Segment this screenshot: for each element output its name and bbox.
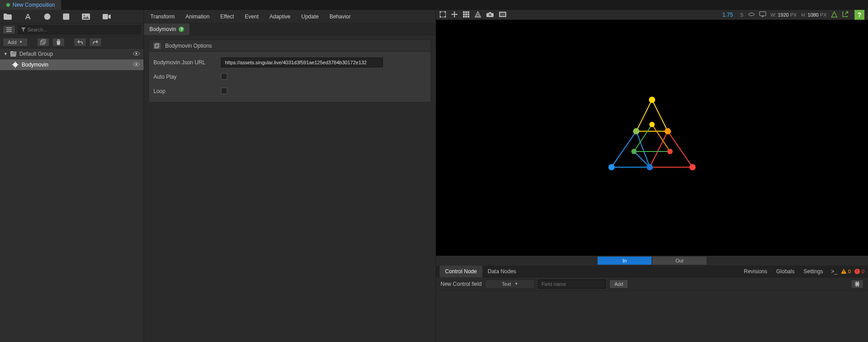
- help-badge-icon[interactable]: ?: [179, 27, 184, 32]
- preview-panel: 1.75 S W: 1920 PX H: 1080 PX ?: [436, 10, 868, 342]
- chevron-down-icon: ▼: [4, 52, 8, 56]
- folder-open-icon: [10, 51, 17, 57]
- revisions-link[interactable]: Revisions: [739, 268, 772, 275]
- logo-small-icon[interactable]: [831, 11, 837, 19]
- in-button[interactable]: In: [598, 257, 652, 265]
- folder-icon[interactable]: [4, 13, 12, 20]
- field-name-input[interactable]: [538, 280, 606, 289]
- composition-tab-label: New Composition: [13, 2, 55, 8]
- menu-event[interactable]: Event: [245, 13, 259, 20]
- section-header: Bodymovin Options: [149, 40, 431, 52]
- external-link-icon[interactable]: [842, 11, 848, 19]
- monitor-icon[interactable]: [760, 12, 766, 18]
- autoplay-checkbox[interactable]: [221, 73, 227, 80]
- snapshot-icon[interactable]: [499, 11, 506, 19]
- video-icon[interactable]: [103, 14, 111, 19]
- bodymovin-url-input[interactable]: [221, 58, 383, 67]
- menu-effect[interactable]: Effect: [220, 13, 234, 20]
- redo-button[interactable]: [89, 38, 102, 47]
- filter-icon: [21, 27, 26, 32]
- svg-point-0: [44, 13, 50, 20]
- tree-item-bodymovin[interactable]: Bodymovin: [0, 59, 144, 70]
- copy-section-button[interactable]: [153, 42, 162, 50]
- tree-group-default[interactable]: ▼ Default Group: [0, 49, 144, 59]
- svg-point-28: [689, 164, 696, 170]
- field-type-select[interactable]: Text▼: [485, 280, 535, 289]
- camera-icon[interactable]: [486, 11, 494, 19]
- tab-data-nodes[interactable]: Data Nodes: [482, 266, 522, 277]
- control-panel: Control Node Data Nodes Revisions Global…: [436, 266, 868, 342]
- menu-animation[interactable]: Animation: [185, 13, 209, 20]
- settings-link[interactable]: Settings: [799, 268, 828, 275]
- divider: [67, 38, 71, 47]
- terminal-icon[interactable]: >_: [831, 268, 837, 275]
- menu-transform[interactable]: Transform: [150, 13, 175, 20]
- svg-rect-18: [500, 13, 505, 16]
- element-tab-bodymovin[interactable]: Bodymovin ?: [144, 23, 189, 35]
- autoplay-row: Auto Play: [153, 70, 426, 84]
- preview-canvas[interactable]: [436, 20, 868, 256]
- svg-point-21: [633, 128, 639, 134]
- plugin-icon-button[interactable]: [851, 280, 864, 289]
- add-button[interactable]: Add▼: [3, 38, 28, 47]
- canvas-toolbar: 1.75 S W: 1920 PX H: 1080 PX ?: [436, 10, 868, 20]
- divider: [31, 38, 34, 47]
- loop-row: Loop: [153, 84, 426, 98]
- new-field-label: New Control field: [441, 281, 481, 287]
- svg-rect-33: [857, 272, 857, 273]
- element-tab-bar: Bodymovin ?: [144, 23, 436, 35]
- svg-rect-5: [40, 41, 44, 44]
- bounds-icon[interactable]: [440, 11, 446, 19]
- svg-rect-4: [103, 14, 108, 19]
- svg-rect-32: [857, 270, 857, 271]
- svg-point-23: [649, 122, 655, 127]
- add-toolbar: Add▼: [0, 36, 144, 49]
- tab-control-node[interactable]: Control Node: [440, 266, 482, 277]
- error-count[interactable]: 0: [855, 269, 864, 274]
- loop-checkbox[interactable]: [221, 88, 227, 94]
- zoom-value[interactable]: 1.75: [720, 12, 735, 18]
- list-toggle-button[interactable]: [3, 25, 15, 34]
- menu-behavior[interactable]: Behavior: [329, 13, 351, 20]
- image-icon[interactable]: [82, 13, 90, 20]
- duplicate-button[interactable]: [37, 38, 49, 47]
- grid-icon[interactable]: [463, 11, 469, 19]
- visibility-toggle[interactable]: [133, 62, 140, 68]
- status-dot-icon: [6, 3, 10, 7]
- out-button[interactable]: Out: [652, 257, 706, 265]
- tree-item-label: Bodymovin: [22, 62, 48, 68]
- bottom-tabs: Control Node Data Nodes Revisions Global…: [436, 266, 868, 277]
- svg-rect-13: [445, 11, 446, 13]
- svg-rect-9: [155, 44, 158, 48]
- svg-point-25: [667, 149, 673, 154]
- delete-button[interactable]: [52, 38, 65, 47]
- svg-rect-12: [440, 11, 441, 13]
- svg-rect-10: [156, 44, 159, 47]
- square-icon[interactable]: [63, 13, 69, 20]
- tree-group-label: Default Group: [19, 51, 53, 57]
- in-out-switch: In Out: [436, 256, 868, 266]
- url-row: Bodymovin Json URL: [153, 55, 426, 70]
- svg-point-3: [84, 15, 85, 16]
- visibility-toggle[interactable]: [133, 51, 140, 57]
- menu-update[interactable]: Update: [301, 13, 319, 20]
- warning-count[interactable]: 0: [841, 269, 851, 274]
- composition-tab[interactable]: New Composition: [0, 0, 61, 10]
- add-field-button[interactable]: Add: [609, 280, 628, 289]
- logo-triangle-icon[interactable]: [475, 11, 481, 19]
- zoom-unit: S: [740, 12, 743, 18]
- text-icon[interactable]: [24, 13, 31, 20]
- svg-point-20: [649, 97, 655, 103]
- sync-icon[interactable]: [748, 12, 755, 18]
- search-input[interactable]: [27, 27, 138, 32]
- element-type-toolbar: [0, 10, 144, 23]
- help-button[interactable]: ?: [855, 10, 864, 20]
- search-box[interactable]: [18, 25, 141, 34]
- circle-icon[interactable]: [44, 13, 50, 20]
- menu-adaptive[interactable]: Adaptive: [270, 13, 291, 20]
- move-icon[interactable]: [451, 11, 458, 19]
- undo-button[interactable]: [74, 38, 86, 47]
- top-bar: New Composition: [0, 0, 868, 10]
- globals-link[interactable]: Globals: [772, 268, 799, 275]
- bodymovin-preview: [603, 93, 702, 183]
